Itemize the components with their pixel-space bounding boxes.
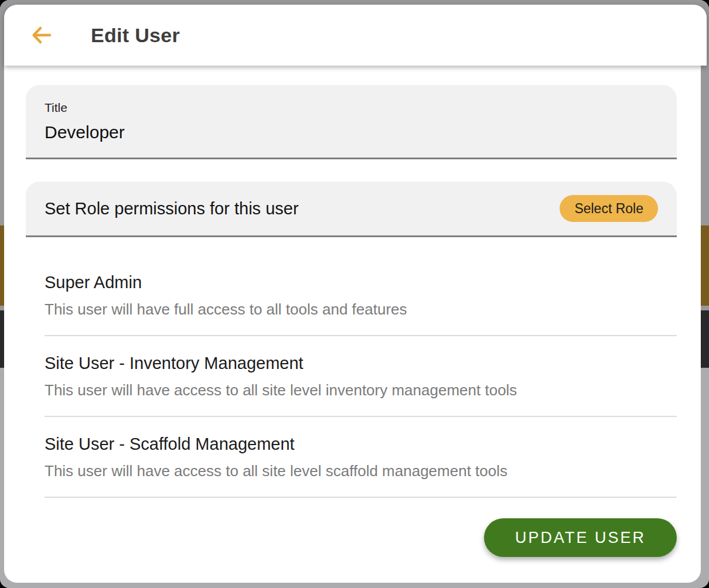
role-list: Super Admin This user will have full acc… — [45, 255, 677, 498]
edit-user-header: Edit User — [4, 5, 707, 66]
title-field-label: Title — [45, 101, 677, 115]
role-description: This user will have full access to all t… — [45, 300, 677, 319]
role-name: Super Admin — [45, 273, 677, 292]
role-name: Site User - Scaffold Management — [45, 435, 677, 454]
select-role-button[interactable]: Select Role — [560, 195, 658, 222]
role-row-super-admin[interactable]: Super Admin This user will have full acc… — [45, 255, 677, 336]
role-permissions-bar: Set Role permissions for this user Selec… — [26, 182, 677, 237]
role-description: This user will have access to all site l… — [45, 381, 677, 399]
arrow-left-icon — [31, 25, 52, 46]
edit-user-panel: Title Developer Set Role permissions for… — [4, 66, 701, 583]
edit-user-content: Title Developer Set Role permissions for… — [4, 66, 701, 557]
title-field-value: Developer — [45, 122, 677, 142]
role-name: Site User - Inventory Management — [45, 354, 677, 373]
role-row-inventory-management[interactable]: Site User - Inventory Management This us… — [45, 336, 677, 417]
footer-actions: UPDATE USER — [26, 518, 677, 557]
title-field[interactable]: Title Developer — [26, 85, 677, 159]
role-row-scaffold-management[interactable]: Site User - Scaffold Management This use… — [45, 417, 677, 498]
page-title: Edit User — [91, 24, 180, 47]
role-permissions-label: Set Role permissions for this user — [45, 199, 299, 218]
role-description: This user will have access to all site l… — [45, 462, 677, 480]
back-button[interactable] — [30, 23, 53, 47]
update-user-button[interactable]: UPDATE USER — [484, 518, 677, 557]
device-screen: Title Developer Set Role permissions for… — [0, 0, 709, 588]
